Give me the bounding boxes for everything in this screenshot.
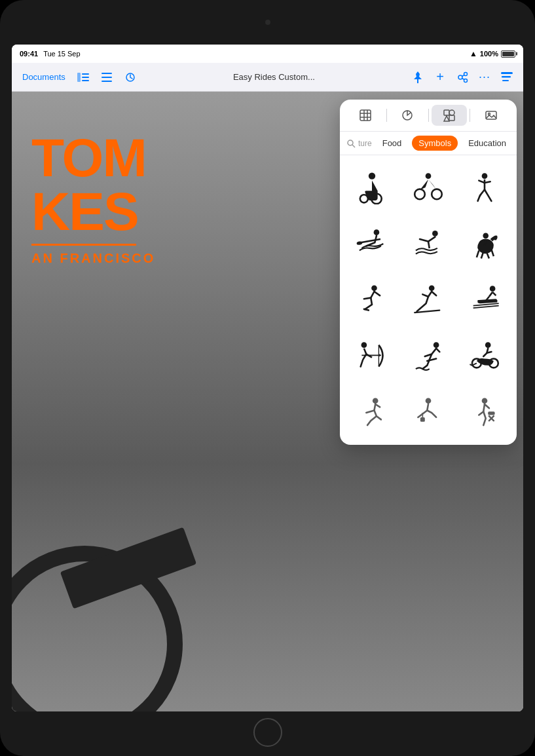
status-bar: 09:41 Tue 15 Sep ▲ 100% <box>12 45 523 63</box>
time: 09:41 <box>20 50 38 58</box>
svg-rect-5 <box>101 77 112 78</box>
filter-search-partial: ture <box>358 139 372 148</box>
doc-subtitle: AN FRANCISCO <box>31 251 155 266</box>
svg-marker-49 <box>378 354 380 357</box>
tab-image[interactable] <box>473 105 509 126</box>
svg-point-9 <box>458 75 462 79</box>
svg-point-10 <box>464 72 468 75</box>
tab-divider-3 <box>470 109 470 122</box>
format-button[interactable] <box>497 67 517 87</box>
symbol-skating[interactable] <box>345 273 399 327</box>
svg-point-55 <box>426 398 432 404</box>
svg-rect-56 <box>420 417 425 422</box>
toolbar-right: + ··· <box>408 67 517 87</box>
background-photo: TOM KES AN FRANCISCO <box>12 92 523 711</box>
svg-point-29 <box>348 140 353 145</box>
tab-shape[interactable] <box>432 105 468 126</box>
symbol-cycling[interactable] <box>401 161 455 214</box>
symbol-diving[interactable] <box>401 330 455 383</box>
status-right: ▲ 100% <box>470 49 515 58</box>
svg-rect-27 <box>486 111 496 119</box>
svg-point-35 <box>415 189 425 200</box>
svg-rect-16 <box>502 80 509 81</box>
battery-fill <box>502 52 514 56</box>
document-text-overlay: TOM KES AN FRANCISCO <box>31 131 155 266</box>
svg-rect-23 <box>444 110 449 115</box>
svg-line-13 <box>462 78 465 79</box>
svg-marker-26 <box>444 116 449 121</box>
svg-point-44 <box>429 285 435 291</box>
date: Tue 15 Sep <box>43 50 80 58</box>
svg-rect-2 <box>82 77 89 78</box>
svg-rect-8 <box>417 79 418 83</box>
battery-bar <box>501 50 515 58</box>
main-content: TOM KES AN FRANCISCO <box>12 92 523 711</box>
popup-tab-bar <box>340 100 517 132</box>
symbol-rowing[interactable] <box>345 217 399 271</box>
symbols-grid <box>340 155 517 445</box>
front-camera <box>265 20 270 25</box>
wifi-icon: ▲ <box>470 49 477 58</box>
svg-point-11 <box>464 79 468 82</box>
battery-pct: 100% <box>480 50 498 58</box>
toolbar: Documents <box>12 63 523 92</box>
symbol-bending[interactable] <box>401 386 455 440</box>
list-view-button[interactable] <box>97 67 117 87</box>
svg-point-41 <box>432 231 438 236</box>
filter-education[interactable]: Education <box>462 136 513 151</box>
status-left: 09:41 Tue 15 Sep <box>20 50 81 58</box>
svg-point-46 <box>361 342 367 348</box>
svg-rect-24 <box>449 115 454 121</box>
tab-divider-2 <box>428 109 429 122</box>
symbol-wheelchair[interactable] <box>345 161 399 214</box>
symbol-motorcycling[interactable] <box>458 330 511 383</box>
svg-point-51 <box>485 342 491 348</box>
tab-table[interactable] <box>348 105 384 126</box>
svg-rect-14 <box>501 72 513 74</box>
screen: 09:41 Tue 15 Sep ▲ 100% Documents <box>12 45 523 711</box>
svg-rect-15 <box>502 76 511 78</box>
svg-rect-6 <box>101 81 112 82</box>
filter-bar: ture Food Symbols Education <box>340 132 517 155</box>
symbol-sledding[interactable] <box>458 273 511 327</box>
share-button[interactable] <box>452 67 472 87</box>
svg-rect-1 <box>82 73 89 75</box>
svg-point-42 <box>483 233 489 239</box>
filter-symbols[interactable]: Symbols <box>412 136 458 151</box>
pin-button[interactable] <box>408 67 428 87</box>
symbol-equestrian[interactable] <box>458 217 511 271</box>
add-button[interactable]: + <box>430 67 450 87</box>
symbol-running[interactable] <box>345 386 399 440</box>
svg-point-54 <box>373 398 378 404</box>
svg-rect-0 <box>77 73 81 82</box>
svg-line-12 <box>462 75 465 76</box>
doc-title-line2: KES <box>31 185 155 238</box>
symbol-archery[interactable] <box>345 330 399 383</box>
symbol-swimming[interactable] <box>401 217 455 271</box>
tab-chart[interactable] <box>390 105 426 126</box>
svg-point-43 <box>371 285 377 291</box>
svg-point-31 <box>369 172 375 179</box>
svg-rect-4 <box>101 73 112 74</box>
symbol-skiing[interactable] <box>401 273 455 327</box>
svg-point-45 <box>490 286 496 292</box>
symbol-walking[interactable] <box>458 161 511 214</box>
svg-rect-17 <box>360 110 371 121</box>
search-filter[interactable]: ture <box>346 139 372 148</box>
documents-button[interactable]: Documents <box>18 69 69 85</box>
doc-underline <box>31 244 136 246</box>
svg-point-57 <box>482 398 488 404</box>
home-button[interactable] <box>253 718 282 747</box>
document-title: Easy Rides Custom... <box>144 72 404 82</box>
svg-point-50 <box>434 342 439 348</box>
svg-rect-25 <box>449 110 454 115</box>
symbol-no-littering[interactable] <box>458 386 511 440</box>
svg-point-36 <box>432 189 442 200</box>
filter-food[interactable]: Food <box>376 136 409 151</box>
sidebar-toggle-button[interactable] <box>73 67 93 87</box>
svg-point-33 <box>360 195 368 202</box>
more-button[interactable]: ··· <box>475 67 494 87</box>
shape-picker-popup: ture Food Symbols Education <box>340 100 517 445</box>
history-button[interactable] <box>120 67 140 87</box>
svg-point-34 <box>426 173 432 179</box>
